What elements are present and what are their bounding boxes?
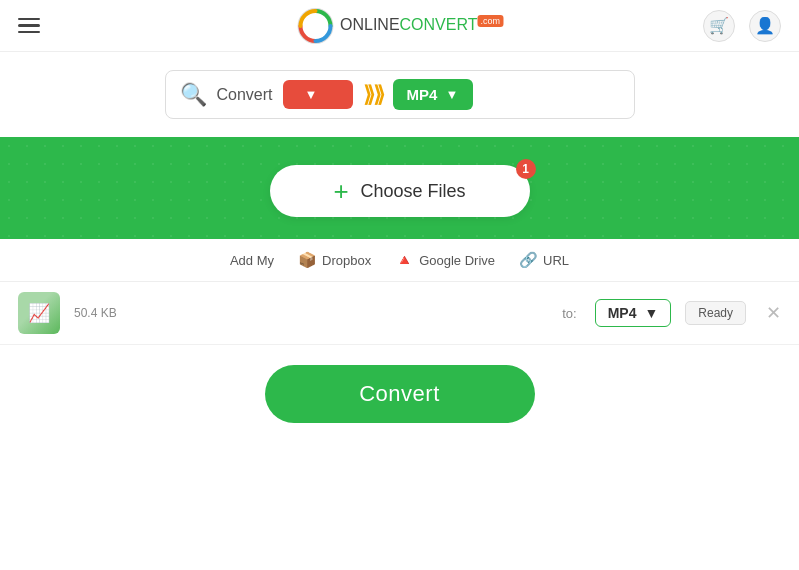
from-format-dropdown[interactable]: ▼ xyxy=(283,80,353,109)
plus-icon: + xyxy=(333,178,348,204)
file-type-icon: 📈 xyxy=(28,302,50,324)
google-drive-button[interactable]: 🔺 Google Drive xyxy=(395,251,495,269)
user-button[interactable]: 👤 xyxy=(749,10,781,42)
file-format-value: MP4 xyxy=(608,305,637,321)
to-label: to: xyxy=(562,306,576,321)
convert-section: Convert xyxy=(0,345,799,443)
to-format-dropdown[interactable]: MP4 ▼ xyxy=(393,79,473,110)
convert-label: Convert xyxy=(217,86,273,104)
choose-files-label: Choose Files xyxy=(361,181,466,202)
chevron-down-icon-2: ▼ xyxy=(445,87,458,102)
file-row: 📈 50.4 KB to: MP4 ▼ Ready ✕ xyxy=(0,282,799,345)
url-button[interactable]: 🔗 URL xyxy=(519,251,569,269)
upload-section: + Choose Files 1 xyxy=(0,137,799,239)
search-icon: 🔍 xyxy=(180,82,207,108)
dropbox-button[interactable]: 📦 Dropbox xyxy=(298,251,371,269)
menu-button[interactable] xyxy=(18,18,40,34)
file-thumbnail: 📈 xyxy=(18,292,60,334)
arrow-icon: ⟫⟫ xyxy=(363,82,383,108)
cart-button[interactable]: 🛒 xyxy=(703,10,735,42)
header: ONLINECONVERT.com 🛒 👤 xyxy=(0,0,799,52)
chevron-down-icon: ▼ xyxy=(305,87,318,102)
search-bar-container: 🔍 Convert ▼ ⟫⟫ MP4 ▼ xyxy=(0,52,799,137)
choose-files-button[interactable]: + Choose Files 1 xyxy=(270,165,530,217)
site-logo: ONLINECONVERT.com xyxy=(296,7,503,45)
link-icon: 🔗 xyxy=(519,251,538,269)
logo-text: ONLINECONVERT.com xyxy=(340,16,503,34)
logo-icon xyxy=(296,7,334,45)
add-my-label: Add My xyxy=(230,253,274,268)
file-format-dropdown[interactable]: MP4 ▼ xyxy=(595,299,672,327)
file-count-badge: 1 xyxy=(516,159,536,179)
to-format-value: MP4 xyxy=(407,86,438,103)
remove-file-button[interactable]: ✕ xyxy=(766,302,781,324)
search-bar: 🔍 Convert ▼ ⟫⟫ MP4 ▼ xyxy=(165,70,635,119)
add-sources-bar: Add My 📦 Dropbox 🔺 Google Drive 🔗 URL xyxy=(0,239,799,282)
ready-status-badge: Ready xyxy=(685,301,746,325)
google-drive-icon: 🔺 xyxy=(395,251,414,269)
file-size-label: 50.4 KB xyxy=(74,306,548,320)
dropbox-icon: 📦 xyxy=(298,251,317,269)
chevron-down-icon-3: ▼ xyxy=(644,305,658,321)
convert-button[interactable]: Convert xyxy=(265,365,535,423)
header-actions: 🛒 👤 xyxy=(703,10,781,42)
